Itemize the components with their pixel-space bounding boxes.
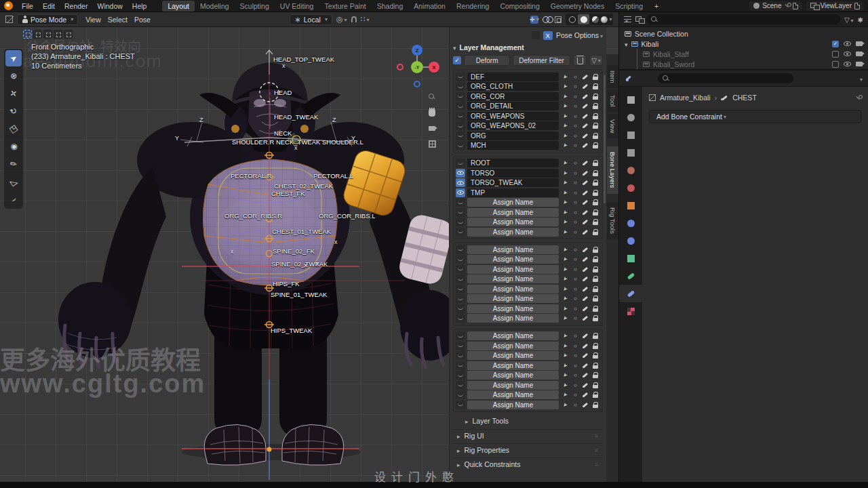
assign-name-button[interactable]: Assign Name: [467, 304, 559, 313]
add-bone-constraint-button[interactable]: Add Bone Constraint: [649, 110, 861, 123]
sidebar-scrollbar[interactable]: [604, 75, 606, 203]
pan-hand-button[interactable]: [426, 106, 438, 119]
layer-visibility-toggle[interactable]: [456, 342, 465, 350]
workspace-tab[interactable]: Compositing: [494, 1, 545, 12]
bone-icon[interactable]: [581, 255, 590, 264]
solo-layer-icon[interactable]: [571, 294, 580, 303]
lock-icon[interactable]: [591, 218, 600, 226]
select-bones-icon[interactable]: [561, 314, 570, 323]
layer-name-field[interactable]: ORG_COR: [467, 92, 559, 101]
layer-visibility-toggle[interactable]: [456, 73, 465, 81]
layer-row[interactable]: ROOT: [456, 159, 600, 167]
select-bones-icon[interactable]: [561, 274, 570, 283]
bone-icon[interactable]: [581, 314, 590, 323]
breadcrumb-object[interactable]: Armature_Kibali: [660, 94, 711, 102]
assign-name-button[interactable]: Assign Name: [467, 285, 559, 293]
render-camera-icon[interactable]: [856, 41, 863, 46]
assign-name-button[interactable]: Assign Name: [467, 255, 559, 264]
select-bones-icon[interactable]: [561, 169, 570, 178]
gizmo-neg-z-axis[interactable]: [414, 81, 420, 87]
bone-icon[interactable]: [581, 208, 590, 217]
assign-name-button[interactable]: Assign Name: [467, 314, 559, 323]
new-viewlayer-icon[interactable]: [854, 3, 860, 9]
layer-visibility-toggle[interactable]: [456, 265, 465, 274]
layer-visibility-toggle[interactable]: [456, 371, 465, 380]
layer-name-field[interactable]: ORG_WEAPONS: [467, 112, 559, 121]
layer-row[interactable]: Assign Name: [456, 351, 600, 360]
sidebar-tab[interactable]: View: [607, 114, 618, 138]
tab-object-constraints[interactable]: [619, 214, 642, 232]
show-overlays-toggle[interactable]: [542, 16, 551, 22]
assign-name-button[interactable]: Assign Name: [467, 265, 559, 274]
outliner-row-scene-collection[interactable]: Scene Collection: [619, 28, 868, 39]
workspace-tab[interactable]: Geometry Nodes: [545, 1, 610, 12]
select-bones-icon[interactable]: [561, 381, 570, 390]
layer-row[interactable]: Assign Name: [456, 208, 600, 217]
bone-icon[interactable]: [581, 188, 590, 197]
tab-output[interactable]: [619, 126, 642, 144]
select-bones-icon[interactable]: [561, 92, 570, 101]
lock-icon[interactable]: [591, 255, 600, 264]
select-bones-icon[interactable]: [561, 255, 570, 264]
lock-icon[interactable]: [591, 390, 600, 399]
layer-row[interactable]: Assign Name: [456, 342, 600, 350]
shading-material-button[interactable]: [589, 14, 601, 24]
solo-layer-icon[interactable]: [571, 218, 580, 226]
menu-item[interactable]: File: [17, 2, 38, 10]
select-bones-icon[interactable]: [561, 351, 570, 360]
lock-icon[interactable]: [591, 73, 600, 81]
layer-visibility-toggle[interactable]: [456, 304, 465, 313]
tab-bone-constraint[interactable]: [619, 285, 642, 302]
gizmo-front-axis[interactable]: -Y: [411, 61, 423, 73]
layer-visibility-toggle[interactable]: [456, 285, 465, 293]
lock-icon[interactable]: [591, 274, 600, 283]
solo-layer-icon[interactable]: [571, 245, 580, 254]
layer-row[interactable]: ORG_WEAPONS_02: [456, 121, 600, 130]
tab-tool[interactable]: [619, 91, 642, 108]
lock-icon[interactable]: [591, 304, 600, 313]
outliner-search-input[interactable]: [646, 14, 840, 24]
zoom-tool-button[interactable]: [426, 91, 438, 103]
viewport-menu-item[interactable]: Select: [104, 16, 131, 24]
hide-eye-icon[interactable]: [844, 62, 851, 66]
layer-row[interactable]: ORG: [456, 131, 600, 140]
solo-layer-icon[interactable]: [571, 274, 580, 283]
ortho-grid-button[interactable]: [426, 138, 438, 150]
delete-layer-button[interactable]: [573, 55, 587, 66]
workspace-tab[interactable]: Animation: [408, 1, 451, 12]
solo-layer-icon[interactable]: [571, 198, 580, 207]
select-bones-icon[interactable]: [561, 159, 570, 167]
outliner-filter-icon[interactable]: [635, 16, 642, 22]
layer-row[interactable]: TORSO: [456, 169, 600, 178]
properties-options-dropdown[interactable]: [859, 75, 863, 83]
viewlayer-selector[interactable]: ViewLayer: [806, 1, 864, 11]
layer-row[interactable]: Assign Name: [456, 294, 600, 303]
exclude-checkbox[interactable]: [832, 51, 839, 58]
solo-layer-icon[interactable]: [571, 401, 580, 409]
viewport-menu-item[interactable]: View: [82, 16, 104, 24]
camera-view-button[interactable]: [426, 122, 438, 134]
layer-visibility-toggle[interactable]: [456, 381, 465, 390]
add-workspace-button[interactable]: +: [650, 2, 663, 10]
lock-icon[interactable]: [591, 92, 600, 101]
lock-icon[interactable]: [591, 208, 600, 217]
lock-icon[interactable]: [591, 121, 600, 130]
layer-row[interactable]: Assign Name: [456, 314, 600, 323]
tool-annotate[interactable]: ✎: [5, 156, 22, 172]
layer-name-field[interactable]: Assign Name: [467, 198, 559, 207]
workspace-tab[interactable]: UV Editing: [275, 1, 319, 12]
select-bones-icon[interactable]: [561, 228, 570, 237]
layer-row[interactable]: TMP: [456, 188, 600, 197]
menu-item[interactable]: Window: [92, 2, 127, 10]
panel-grip-icon[interactable]: ≡: [595, 461, 599, 468]
solo-layer-icon[interactable]: [571, 188, 580, 197]
solo-layer-icon[interactable]: [571, 314, 580, 323]
outliner-row-kibali-staff[interactable]: Kibali_Staff: [637, 49, 868, 59]
workspace-tab[interactable]: Shading: [372, 1, 409, 12]
scene-selector[interactable]: Scene: [749, 1, 802, 11]
solo-layer-icon[interactable]: [571, 342, 580, 350]
layer-visibility-toggle[interactable]: [456, 188, 465, 197]
bone-icon[interactable]: [581, 112, 590, 121]
layer-visibility-toggle[interactable]: [456, 92, 465, 101]
bone-icon[interactable]: [581, 274, 590, 283]
